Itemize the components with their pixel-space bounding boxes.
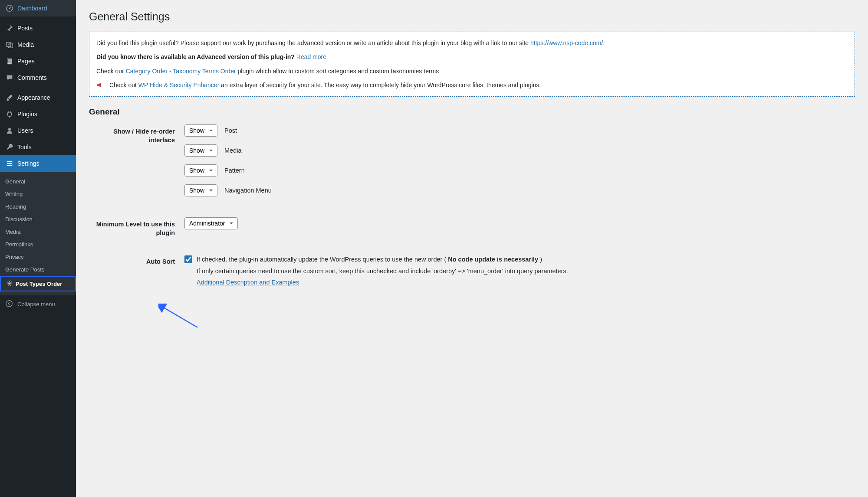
bullhorn-icon [96,81,105,90]
min-level-row: Minimum Level to use this plugin Adminis… [89,217,855,238]
reorder-select-media[interactable]: Show [184,144,217,157]
sidebar-label: Media [17,41,34,48]
post-type-media: Media [224,147,242,154]
submenu-privacy[interactable]: Privacy [0,251,76,263]
sidebar-label: Appearance [17,94,50,101]
auto-sort-checkbox[interactable] [184,255,192,263]
svg-point-12 [9,283,10,284]
sidebar-item-pages[interactable]: Pages [0,53,76,69]
submenu-media[interactable]: Media [0,226,76,238]
post-type-pattern: Pattern [224,167,245,174]
svg-point-8 [8,165,10,167]
user-icon [5,126,14,135]
sidebar-item-media[interactable]: Media [0,36,76,53]
notice-p3: Check our Category Order - Taxonomy Term… [96,66,848,76]
sidebar-item-appearance[interactable]: Appearance [0,89,76,106]
sidebar-label: Dashboard [17,5,47,12]
content-area: General Settings Did you find this plugi… [76,0,868,497]
auto-sort-desc: If checked, the plug-in automatically up… [197,255,568,289]
reorder-select-pattern[interactable]: Show [184,164,217,177]
svg-point-13 [6,301,12,307]
reorder-interface-row: Show / Hide re-order interface Show Post… [89,124,855,204]
sidebar-item-dashboard[interactable]: Dashboard [0,0,76,16]
sidebar-item-tools[interactable]: Tools [0,139,76,155]
plugin-notice: Did you find this plugin useful? Please … [89,32,855,97]
nsp-code-link[interactable]: https://www.nsp-code.com/ [530,39,603,46]
post-type-navmenu: Navigation Menu [224,187,272,194]
sidebar-label: Comments [17,74,47,81]
auto-sort-label: Auto Sort [89,255,184,266]
auto-sort-row: Auto Sort If checked, the plug-in automa… [89,255,855,289]
collapse-menu-button[interactable]: Collapse menu [0,295,76,313]
submenu-writing[interactable]: Writing [0,188,76,200]
sidebar-label: Tools [17,144,32,150]
read-more-link[interactable]: Read more [296,53,326,60]
min-level-select[interactable]: Administrator [184,217,238,229]
additional-desc-link[interactable]: Additional Description and Examples [197,279,299,286]
reorder-label: Show / Hide re-order interface [89,124,184,145]
sidebar-item-posts[interactable]: Posts [0,20,76,36]
submenu-post-types-order[interactable]: Post Types Order [0,276,76,291]
notice-p1: Did you find this plugin useful? Please … [96,38,848,48]
wrench-icon [5,143,14,151]
sidebar-label: Posts [17,25,33,32]
dashboard-icon [5,4,14,13]
sidebar-label: Plugins [17,111,37,118]
plug-icon [5,110,14,118]
svg-line-14 [163,307,197,327]
svg-point-5 [8,128,11,131]
submenu-reading[interactable]: Reading [0,200,76,213]
category-order-link[interactable]: Category Order - Taxonomy Terms Order [126,68,236,75]
admin-sidebar: Dashboard Posts Media Pages Comments App… [0,0,76,497]
sidebar-label: Settings [17,160,39,167]
collapse-icon [5,300,14,308]
pin-icon [5,24,14,33]
svg-rect-4 [8,59,12,65]
sidebar-item-plugins[interactable]: Plugins [0,106,76,122]
sliders-icon [5,159,14,168]
post-type-post: Post [224,127,237,134]
pages-icon [5,57,14,65]
collapse-label: Collapse menu [17,301,55,307]
notice-p2: Did you know there is available an Advan… [96,52,848,62]
sidebar-label: Users [17,127,33,134]
page-title: General Settings [89,10,855,23]
submenu-discussion[interactable]: Discussion [0,213,76,226]
submenu-permalinks[interactable]: Permalinks [0,238,76,251]
submenu-generate-posts[interactable]: Generate Posts [0,263,76,276]
settings-submenu: General Writing Reading Discussion Media… [0,172,76,295]
sidebar-item-comments[interactable]: Comments [0,69,76,86]
notice-p4: Check out WP Hide & Security Enhancer an… [96,80,848,90]
svg-point-6 [8,161,10,163]
svg-point-1 [9,8,10,9]
wp-hide-link[interactable]: WP Hide & Security Enhancer [138,82,220,88]
sidebar-item-settings[interactable]: Settings [0,155,76,172]
sidebar-item-users[interactable]: Users [0,122,76,139]
atom-icon [6,280,14,288]
section-general: General [89,107,855,117]
brush-icon [5,93,14,102]
svg-point-7 [10,163,12,164]
sidebar-label: Pages [17,58,35,65]
reorder-select-navmenu[interactable]: Show [184,184,217,196]
submenu-general[interactable]: General [0,175,76,188]
reorder-select-post[interactable]: Show [184,124,217,137]
annotation-arrow [158,304,202,330]
media-icon [5,40,14,49]
min-level-label: Minimum Level to use this plugin [89,217,184,238]
comments-icon [5,73,14,82]
submenu-label: Post Types Order [16,281,62,287]
